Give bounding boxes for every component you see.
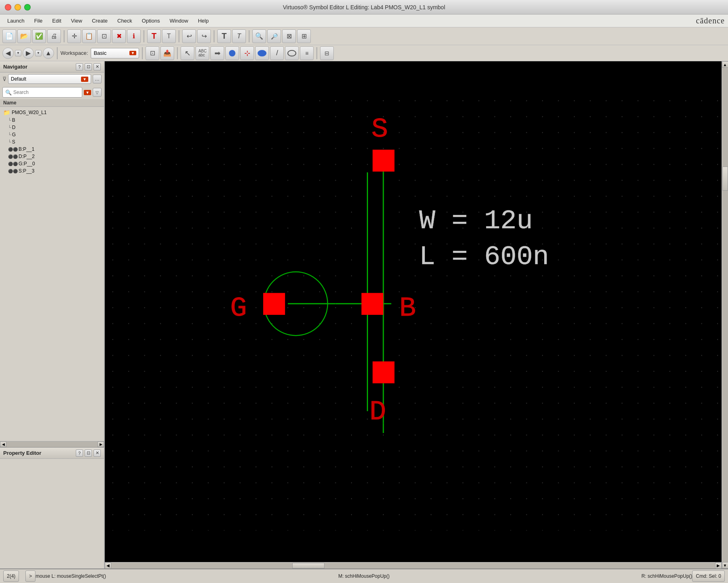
navigator-title: Navigator [3,64,27,70]
nav-scroll-left[interactable]: ◀ [0,441,6,447]
navigator-help-btn[interactable]: ? [76,63,83,71]
menu-options[interactable]: Options [138,16,164,25]
zoom-box-button[interactable]: ⊞ [297,29,311,43]
navigator-undock-btn[interactable]: ⊡ [85,63,92,71]
nav-hscroll[interactable]: ◀ ▶ [0,441,104,447]
tb2-sep [57,47,58,59]
tb2-oval-btn[interactable] [255,46,269,60]
delete-button[interactable]: ✖ [112,29,126,43]
search-row: 🔍 ▼ ▽ [0,85,104,99]
undo-button[interactable]: ↩ [182,29,196,43]
tb2-layout-btn[interactable]: ⊡ [146,46,159,60]
tb2-line-btn[interactable]: / [270,46,284,60]
tb2-ellipse-btn[interactable] [285,46,299,60]
print-button[interactable]: 🖨 [47,29,61,43]
tb2-abc-btn[interactable]: ABCabc [196,46,209,60]
pe-close-btn[interactable]: ✕ [94,450,101,457]
tb2-export-btn[interactable]: 📤 [160,46,174,60]
toolbar-separator [64,30,64,42]
navigator-close-btn[interactable]: ✕ [94,63,101,71]
zoom-in-button[interactable]: 🔍 [252,29,266,43]
hscroll-thumb[interactable] [292,563,324,568]
hscroll-track[interactable] [111,563,715,568]
vscroll-thumb[interactable] [722,167,728,191]
canvas-hscroll[interactable]: ◀ ▶ [105,562,722,568]
text-c-button[interactable]: T [217,29,231,43]
pe-undock-btn[interactable]: ⊡ [85,450,92,457]
tb2-text-btn[interactable]: ≡ [300,46,314,60]
nav-back-arrow[interactable]: ▼ [15,50,21,56]
menu-view[interactable]: View [67,16,86,25]
tree-node-g[interactable]: └ G [0,131,104,138]
menu-edit[interactable]: Edit [48,16,65,25]
save-button[interactable]: ✅ [32,29,46,43]
hscroll-left-btn[interactable]: ◀ [105,562,111,569]
hscroll-right-btn[interactable]: ▶ [715,562,722,569]
pe-title: Property Editor [3,450,42,456]
canvas-area[interactable]: S G B D W = 12u L = 600n ▲ ▼ ◀ [105,61,728,568]
nav-scroll-right[interactable]: ▶ [98,441,104,447]
info-button[interactable]: ℹ [127,29,141,43]
tree-node-s[interactable]: └ S [0,138,104,146]
search-extra-btn[interactable]: ▽ [93,88,102,97]
workspace-dropdown-arrow: ▼ [129,51,137,55]
menu-check[interactable]: Check [113,16,136,25]
status-left: mouse L: mouseSingleSelectPt() [35,573,254,579]
tb2-arrow-btn[interactable]: ➡ [210,46,224,60]
redo-button[interactable]: ↪ [197,29,211,43]
menu-help[interactable]: Help [194,16,213,25]
nav-fwd-button[interactable]: ▶ [23,48,34,59]
maximize-button[interactable] [24,4,31,10]
tree-node-bp1[interactable]: ⚫⚫ B:P__1 [0,146,104,153]
text-a-button[interactable]: T [147,29,161,43]
menu-create[interactable]: Create [88,16,112,25]
text-b-button[interactable]: T [162,29,176,43]
tb2-select-btn[interactable]: ↖ [181,46,194,60]
nav-up-button[interactable]: ▲ [43,48,54,59]
minimize-button[interactable] [15,4,21,10]
prompt-box[interactable]: > [25,571,35,582]
tb2-select2-btn[interactable]: ⊹ [240,46,254,60]
nav-back-button[interactable]: ◀ [2,48,14,59]
search-input-wrap[interactable]: 🔍 [2,87,82,98]
copy-button[interactable]: 📋 [82,29,96,43]
search-icon: 🔍 [5,90,12,96]
workspace-dropdown[interactable]: Basic ▼ [91,48,139,58]
pe-header: Property Editor ? ⊡ ✕ [0,448,104,459]
vscroll-up-btn[interactable]: ▲ [722,61,728,68]
tree-node-sp3[interactable]: ⚫⚫ S:P__3 [0,167,104,175]
menu-file[interactable]: File [30,16,47,25]
fit-button[interactable]: ⊡ [97,29,111,43]
nav-fwd-arrow[interactable]: ▼ [35,50,42,56]
filter-dropdown[interactable]: Default ▼ [8,74,91,84]
open-button[interactable]: 📂 [17,29,31,43]
tree-node-b[interactable]: └ B [0,117,104,124]
cmd-box: Cmd: Sel: 0 [692,571,725,582]
filter-extra-btn[interactable]: … [93,75,102,83]
tb2-circle-btn[interactable] [225,46,239,60]
move-button[interactable]: ✛ [67,29,81,43]
close-button[interactable] [5,4,11,10]
toolbar2: ◀ ▼ ▶ ▼ ▲ Workspace: Basic ▼ ⊡ 📤 ↖ ABCab… [0,45,728,61]
tb2-last-btn[interactable]: ⊟ [320,46,334,60]
search-input[interactable] [13,90,79,95]
vscroll-track[interactable] [722,68,728,562]
tree-node-pmos[interactable]: 📁 PMOS_W20_L1 [0,108,104,117]
pe-help-btn[interactable]: ? [76,450,83,457]
toolbar-separator3 [179,30,179,42]
svg-point-2 [288,50,296,56]
vscroll-down-btn[interactable]: ▼ [722,562,728,568]
new-button[interactable]: 📄 [2,29,16,43]
menu-window[interactable]: Window [166,16,192,25]
tree-node-dp2[interactable]: ⚫⚫ D:P__2 [0,153,104,160]
text-d-button[interactable]: T [232,29,246,43]
tree-node-gp0[interactable]: ⚫⚫ G:P__0 [0,160,104,167]
zoom-out-button[interactable]: 🔎 [267,29,281,43]
svg-text:L  =  600n: L = 600n [419,242,549,272]
canvas-vscroll[interactable]: ▲ ▼ [722,61,728,568]
svg-text:G: G [230,292,247,324]
tree-node-d[interactable]: └ D [0,124,104,131]
menu-launch[interactable]: Launch [3,16,29,25]
tree-area[interactable]: 📁 PMOS_W20_L1 └ B └ D └ G └ S [0,107,104,441]
zoom-fit-button[interactable]: ⊠ [282,29,296,43]
